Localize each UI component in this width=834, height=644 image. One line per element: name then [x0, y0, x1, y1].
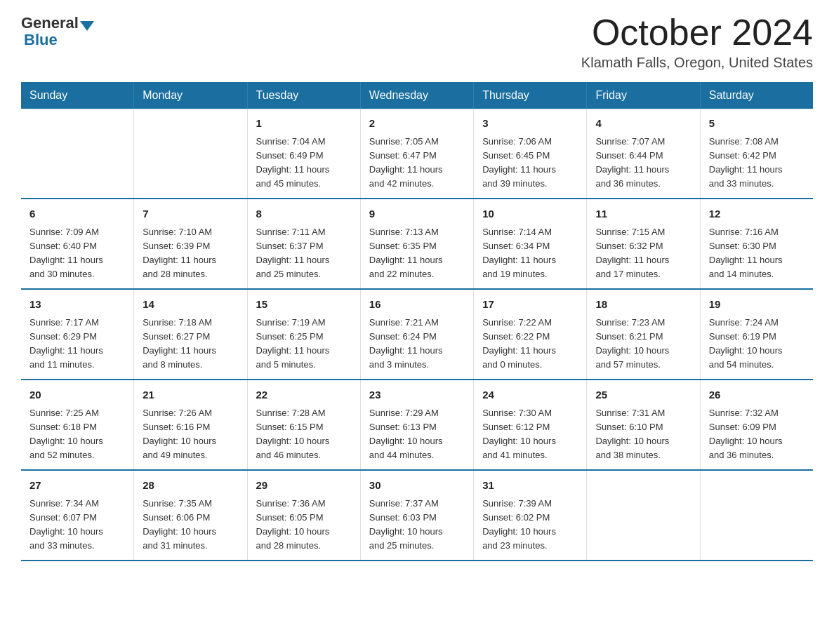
day-info: Sunrise: 7:32 AM Sunset: 6:09 PM Dayligh… [709, 406, 805, 463]
day-number: 17 [482, 297, 578, 313]
calendar-cell: 15Sunrise: 7:19 AM Sunset: 6:25 PM Dayli… [247, 289, 360, 380]
logo-blue-text: Blue [21, 31, 58, 49]
calendar-cell: 2Sunrise: 7:05 AM Sunset: 6:47 PM Daylig… [360, 109, 473, 199]
calendar-cell: 12Sunrise: 7:16 AM Sunset: 6:30 PM Dayli… [700, 199, 813, 289]
calendar-cell: 11Sunrise: 7:15 AM Sunset: 6:32 PM Dayli… [587, 199, 700, 289]
column-header-friday: Friday [587, 82, 700, 109]
calendar-cell: 8Sunrise: 7:11 AM Sunset: 6:37 PM Daylig… [247, 199, 360, 289]
day-info: Sunrise: 7:23 AM Sunset: 6:21 PM Dayligh… [595, 316, 691, 373]
day-number: 18 [595, 297, 691, 313]
calendar-week-row: 27Sunrise: 7:34 AM Sunset: 6:07 PM Dayli… [21, 470, 813, 561]
calendar-week-row: 13Sunrise: 7:17 AM Sunset: 6:29 PM Dayli… [21, 289, 813, 380]
day-info: Sunrise: 7:05 AM Sunset: 6:47 PM Dayligh… [369, 135, 465, 192]
calendar-week-row: 1Sunrise: 7:04 AM Sunset: 6:49 PM Daylig… [21, 109, 813, 199]
column-header-tuesday: Tuesday [247, 82, 360, 109]
day-info: Sunrise: 7:35 AM Sunset: 6:06 PM Dayligh… [143, 497, 238, 554]
column-header-thursday: Thursday [474, 82, 587, 109]
calendar-cell: 1Sunrise: 7:04 AM Sunset: 6:49 PM Daylig… [247, 109, 360, 199]
day-info: Sunrise: 7:07 AM Sunset: 6:44 PM Dayligh… [595, 135, 691, 192]
day-info: Sunrise: 7:22 AM Sunset: 6:22 PM Dayligh… [482, 316, 578, 373]
day-number: 19 [709, 297, 805, 313]
calendar-cell: 9Sunrise: 7:13 AM Sunset: 6:35 PM Daylig… [360, 199, 473, 289]
page-header: General Blue October 2024 Klamath Falls,… [21, 14, 813, 71]
day-info: Sunrise: 7:04 AM Sunset: 6:49 PM Dayligh… [256, 135, 352, 192]
day-number: 24 [482, 387, 578, 403]
logo-arrow-icon [80, 21, 94, 31]
day-info: Sunrise: 7:14 AM Sunset: 6:34 PM Dayligh… [482, 225, 578, 282]
calendar-week-row: 20Sunrise: 7:25 AM Sunset: 6:18 PM Dayli… [21, 380, 813, 470]
calendar-cell: 18Sunrise: 7:23 AM Sunset: 6:21 PM Dayli… [587, 289, 700, 380]
day-number: 14 [143, 297, 238, 313]
day-number: 13 [29, 297, 125, 313]
day-info: Sunrise: 7:24 AM Sunset: 6:19 PM Dayligh… [709, 316, 805, 373]
day-info: Sunrise: 7:25 AM Sunset: 6:18 PM Dayligh… [29, 406, 125, 463]
day-number: 22 [256, 387, 352, 403]
day-number: 31 [482, 478, 578, 494]
day-number: 4 [595, 116, 691, 132]
calendar-header-row: SundayMondayTuesdayWednesdayThursdayFrid… [21, 82, 813, 109]
calendar-cell: 7Sunrise: 7:10 AM Sunset: 6:39 PM Daylig… [134, 199, 247, 289]
day-info: Sunrise: 7:28 AM Sunset: 6:15 PM Dayligh… [256, 406, 352, 463]
day-number: 1 [256, 116, 352, 132]
day-info: Sunrise: 7:37 AM Sunset: 6:03 PM Dayligh… [369, 497, 465, 554]
day-number: 29 [256, 478, 352, 494]
day-number: 9 [369, 206, 465, 222]
day-number: 27 [29, 478, 125, 494]
title-section: October 2024 Klamath Falls, Oregon, Unit… [581, 14, 813, 71]
day-info: Sunrise: 7:06 AM Sunset: 6:45 PM Dayligh… [482, 135, 578, 192]
calendar-cell: 23Sunrise: 7:29 AM Sunset: 6:13 PM Dayli… [360, 380, 473, 470]
day-number: 11 [595, 206, 691, 222]
calendar-cell: 29Sunrise: 7:36 AM Sunset: 6:05 PM Dayli… [247, 470, 360, 561]
day-info: Sunrise: 7:11 AM Sunset: 6:37 PM Dayligh… [256, 225, 352, 282]
day-number: 12 [709, 206, 805, 222]
day-info: Sunrise: 7:34 AM Sunset: 6:07 PM Dayligh… [29, 497, 125, 554]
day-number: 3 [482, 116, 578, 132]
day-info: Sunrise: 7:39 AM Sunset: 6:02 PM Dayligh… [482, 497, 578, 554]
day-number: 10 [482, 206, 578, 222]
calendar-cell: 31Sunrise: 7:39 AM Sunset: 6:02 PM Dayli… [474, 470, 587, 561]
day-number: 25 [595, 387, 691, 403]
day-number: 20 [29, 387, 125, 403]
day-number: 15 [256, 297, 352, 313]
calendar-cell: 17Sunrise: 7:22 AM Sunset: 6:22 PM Dayli… [474, 289, 587, 380]
calendar-cell: 14Sunrise: 7:18 AM Sunset: 6:27 PM Dayli… [134, 289, 247, 380]
column-header-monday: Monday [134, 82, 247, 109]
calendar-cell: 26Sunrise: 7:32 AM Sunset: 6:09 PM Dayli… [700, 380, 813, 470]
day-number: 6 [29, 206, 125, 222]
calendar-cell [134, 109, 247, 199]
calendar-cell: 27Sunrise: 7:34 AM Sunset: 6:07 PM Dayli… [21, 470, 134, 561]
day-number: 28 [143, 478, 238, 494]
day-info: Sunrise: 7:16 AM Sunset: 6:30 PM Dayligh… [709, 225, 805, 282]
calendar-cell: 4Sunrise: 7:07 AM Sunset: 6:44 PM Daylig… [587, 109, 700, 199]
calendar-cell: 5Sunrise: 7:08 AM Sunset: 6:42 PM Daylig… [700, 109, 813, 199]
day-info: Sunrise: 7:10 AM Sunset: 6:39 PM Dayligh… [143, 225, 238, 282]
calendar-cell: 10Sunrise: 7:14 AM Sunset: 6:34 PM Dayli… [474, 199, 587, 289]
calendar-cell: 6Sunrise: 7:09 AM Sunset: 6:40 PM Daylig… [21, 199, 134, 289]
calendar-cell: 19Sunrise: 7:24 AM Sunset: 6:19 PM Dayli… [700, 289, 813, 380]
column-header-sunday: Sunday [21, 82, 134, 109]
day-info: Sunrise: 7:19 AM Sunset: 6:25 PM Dayligh… [256, 316, 352, 373]
day-number: 2 [369, 116, 465, 132]
day-number: 21 [143, 387, 238, 403]
column-header-saturday: Saturday [700, 82, 813, 109]
calendar-cell: 3Sunrise: 7:06 AM Sunset: 6:45 PM Daylig… [474, 109, 587, 199]
calendar-cell: 28Sunrise: 7:35 AM Sunset: 6:06 PM Dayli… [134, 470, 247, 561]
calendar-cell [21, 109, 134, 199]
day-info: Sunrise: 7:09 AM Sunset: 6:40 PM Dayligh… [29, 225, 125, 282]
day-number: 7 [143, 206, 238, 222]
day-info: Sunrise: 7:29 AM Sunset: 6:13 PM Dayligh… [369, 406, 465, 463]
calendar-cell: 13Sunrise: 7:17 AM Sunset: 6:29 PM Dayli… [21, 289, 134, 380]
column-header-wednesday: Wednesday [360, 82, 473, 109]
day-number: 30 [369, 478, 465, 494]
day-info: Sunrise: 7:17 AM Sunset: 6:29 PM Dayligh… [29, 316, 125, 373]
location-text: Klamath Falls, Oregon, United States [581, 55, 813, 71]
calendar-cell [700, 470, 813, 561]
day-number: 23 [369, 387, 465, 403]
logo-general-text: General [21, 14, 79, 32]
day-info: Sunrise: 7:15 AM Sunset: 6:32 PM Dayligh… [595, 225, 691, 282]
month-title: October 2024 [581, 14, 813, 51]
calendar-cell: 24Sunrise: 7:30 AM Sunset: 6:12 PM Dayli… [474, 380, 587, 470]
day-number: 16 [369, 297, 465, 313]
day-info: Sunrise: 7:31 AM Sunset: 6:10 PM Dayligh… [595, 406, 691, 463]
day-number: 8 [256, 206, 352, 222]
